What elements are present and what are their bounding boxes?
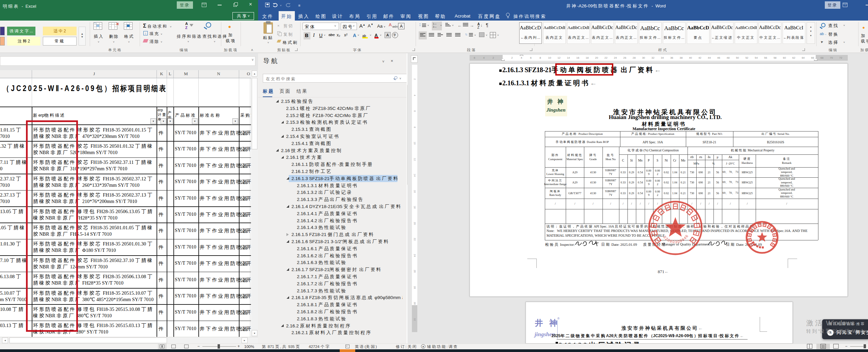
svg-text:3208030994677: 3208030994677 <box>646 199 689 244</box>
